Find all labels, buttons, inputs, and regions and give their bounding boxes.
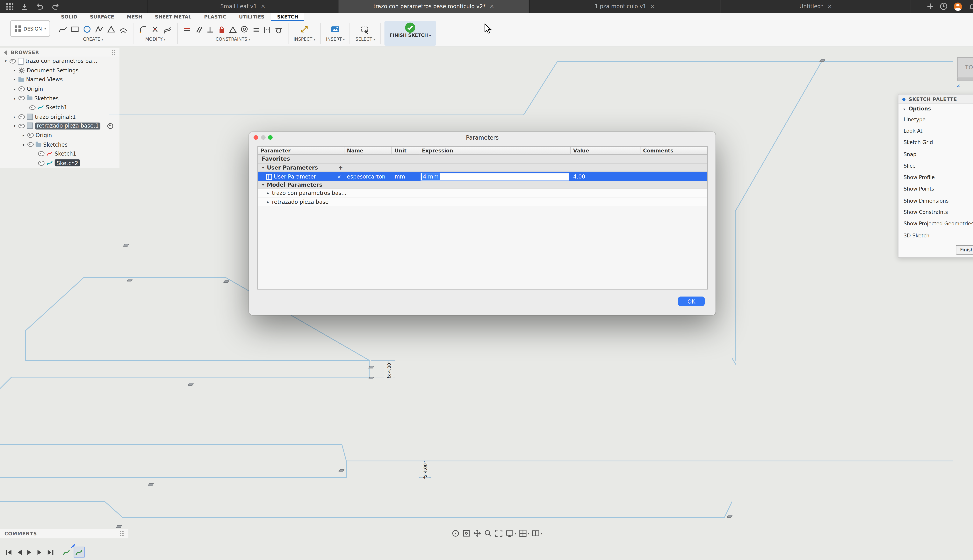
minimize-window-icon[interactable] [261,135,265,140]
parameter-name-cell[interactable]: espesorcarton [344,172,392,181]
trim-tool-icon[interactable] [150,25,160,33]
measure-tool-icon[interactable] [300,25,309,33]
visibility-eye-icon[interactable] [27,142,33,147]
panel-grip-icon[interactable] [119,531,124,537]
model-parameter-group-row[interactable]: retrazado pieza base [258,198,707,206]
tab-solid[interactable]: SOLID [55,13,84,21]
model-parameters-section-row[interactable]: Model Parameters [258,181,707,189]
viewcube-edge[interactable] [957,77,973,81]
document-tab[interactable]: Small Leaf v1 × [147,0,338,13]
panel-grip-icon[interactable] [111,50,115,55]
disclosure-icon[interactable] [261,165,265,169]
fix-lock-constraint-icon[interactable] [217,25,226,33]
visibility-eye-icon[interactable] [27,133,33,137]
options-section-header[interactable]: Options [898,104,973,114]
timeline-go-to-start-button[interactable] [5,546,12,558]
viewcube[interactable]: TOP X Z [957,57,973,81]
collapse-panel-icon[interactable] [4,50,7,55]
palette-finish-sketch-button[interactable]: Finish Sketch [956,245,973,255]
pan-icon[interactable] [473,529,481,537]
save-icon[interactable] [21,3,28,10]
disclosure-icon[interactable] [13,78,17,82]
app-grid-icon[interactable] [7,3,13,10]
visibility-eye-icon[interactable] [18,87,25,91]
constraints-dropdown[interactable]: CONSTRAINTS [216,37,250,42]
tree-item-sketches-child[interactable]: Sketches [0,140,119,149]
fit-view-icon[interactable] [494,529,503,537]
tab-sheet-metal[interactable]: SHEET METAL [149,13,198,21]
timeline-go-to-end-button[interactable] [47,546,54,558]
tree-item-retrazado-pieza-base[interactable]: retrazado pieza base:1 [0,121,119,131]
tangent-constraint-icon[interactable] [274,25,283,33]
disclosure-icon[interactable] [13,124,17,128]
visibility-eye-icon[interactable] [29,105,36,110]
tree-item-origin-child[interactable]: Origin [0,131,119,140]
disclosure-icon[interactable] [22,143,25,147]
add-user-parameter-button[interactable]: + [337,163,344,172]
disclosure-icon[interactable] [13,115,17,119]
comments-panel[interactable]: COMMENTS [0,529,129,538]
delete-parameter-icon[interactable]: × [337,174,341,180]
document-tab[interactable]: 1 pza monticulo v1 × [529,0,720,13]
zoom-window-icon[interactable] [268,135,273,140]
favorites-section-row[interactable]: Favorites [258,155,707,163]
ok-button[interactable]: OK [678,297,705,306]
tree-item-root-document[interactable]: trazo con parametros base montic... [0,57,119,66]
polygon-constraint-icon[interactable] [229,25,237,33]
disclosure-icon[interactable] [266,191,270,195]
expression-input[interactable]: 4 mm [421,173,569,181]
display-settings-dropdown[interactable] [505,529,516,537]
dimension-label[interactable]: fx 4.00 [423,463,428,479]
new-tab-plus-icon[interactable] [927,3,933,10]
fillet-tool-icon[interactable] [139,25,147,33]
circle-tool-icon[interactable] [82,25,92,33]
rectangle-tool-icon[interactable] [70,25,79,33]
orbit-icon[interactable] [451,529,460,537]
horizontal-vertical-constraint-icon[interactable] [183,25,191,33]
parameter-comment-cell[interactable] [640,172,707,181]
redo-icon[interactable] [51,3,60,10]
tab-mesh[interactable]: MESH [120,13,149,21]
user-parameter-row-selected[interactable]: User Parameter × espesorcarton mm 4 mm 4… [258,172,707,181]
look-at-face-icon[interactable] [462,529,471,537]
parallel-constraint-icon[interactable] [194,25,202,33]
viewports-dropdown[interactable] [531,529,542,537]
tree-item-sketch2-active[interactable]: Sketch2 [0,158,119,168]
activate-component-radio[interactable] [107,123,113,129]
arc-tool-icon[interactable] [119,25,128,33]
visibility-eye-icon[interactable] [18,96,25,100]
timeline-step-forward-button[interactable] [37,546,42,558]
visibility-eye-icon[interactable] [10,59,16,63]
close-tab-icon[interactable]: × [261,3,266,10]
offset-tool-icon[interactable] [163,25,172,33]
timeline-step-back-button[interactable] [17,546,22,558]
grid-settings-dropdown[interactable] [518,529,529,537]
timeline-feature-sketch2-active[interactable] [74,547,85,557]
close-tab-icon[interactable]: × [827,3,832,10]
tab-plastic[interactable]: PLASTIC [198,13,232,21]
tab-utilities[interactable]: UTILITIES [232,13,271,21]
workspace-switcher[interactable]: DESIGN [10,20,50,37]
create-dropdown[interactable]: CREATE [83,37,103,42]
finish-sketch-button[interactable]: FINISH SKETCH [385,21,436,46]
document-tab[interactable]: Untitled* × [720,0,911,13]
symmetry-constraint-icon[interactable] [263,25,271,33]
disclosure-icon[interactable] [22,133,25,137]
tab-surface[interactable]: SURFACE [84,13,120,21]
notifications-bell-icon[interactable] [968,3,973,10]
model-parameter-group-row[interactable]: trazo con parametros bas... [258,189,707,198]
perpendicular-constraint-icon[interactable] [206,25,214,33]
job-status-icon[interactable] [940,3,947,10]
timeline-feature-sketch1[interactable] [62,547,71,557]
close-tab-icon[interactable]: × [650,3,655,10]
insert-image-icon[interactable] [331,25,340,33]
disclosure-icon[interactable] [13,87,17,91]
equal-constraint-icon[interactable] [252,25,260,33]
spline-tool-icon[interactable] [59,25,67,33]
select-tool-icon[interactable] [361,25,370,34]
disclosure-icon[interactable] [902,107,906,111]
viewcube-top-face[interactable]: TOP [957,57,973,77]
tree-item-sketch1-child[interactable]: Sketch1 [0,149,119,158]
tree-item-trazo-original[interactable]: trazo original:1 [0,112,119,122]
visibility-eye-icon[interactable] [38,152,45,156]
